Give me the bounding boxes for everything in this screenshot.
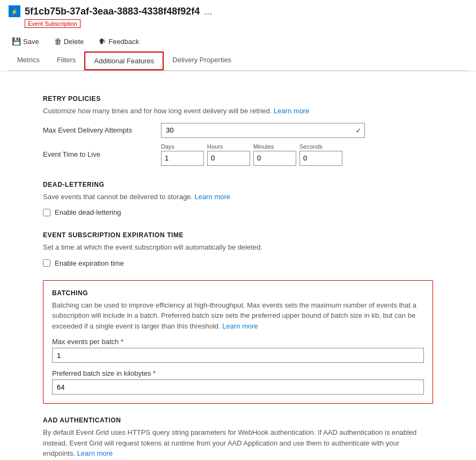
minutes-input[interactable] [253,151,296,166]
save-icon: 💾 [12,37,21,46]
expiration-checkbox[interactable] [43,259,50,267]
batching-title: BATCHING [52,289,424,297]
max-attempts-input-wrapper: ✓ [161,123,365,138]
dead-lettering-title: DEAD-LETTERING [43,181,433,188]
tabs-bar: Metrics Filters Additional Features Deli… [9,52,467,71]
subscription-badge: Event Subscription [25,19,80,28]
event-ttl-row: Event Time to Live Days Hours Minutes Se… [43,143,433,166]
retry-policies-desc: Customize how many times and for how lon… [43,106,433,116]
feedback-icon: 🗣 [99,37,106,46]
feedback-button[interactable]: 🗣 Feedback [96,35,142,47]
check-icon: ✓ [355,126,362,135]
aad-desc: By default Event Grid uses HTTPS query s… [43,427,433,459]
batching-learn-more[interactable]: Learn more [222,322,258,330]
batching-section: BATCHING Batching can be used to improve… [43,280,433,404]
main-content: RETRY POLICIES Customize how many times … [0,71,476,460]
seconds-input[interactable] [299,151,342,166]
seconds-label: Seconds [299,143,342,150]
dead-lettering-learn-more[interactable]: Learn more [195,193,230,201]
retry-policies-learn-more[interactable]: Learn more [274,107,309,115]
minutes-field: Minutes [253,143,296,166]
dead-lettering-checkbox-row: Enable dead-lettering [43,208,433,216]
expiration-title: EVENT SUBSCRIPTION EXPIRATION TIME [43,231,433,239]
max-attempts-label: Max Event Delivery Attempts [43,126,161,134]
tab-metrics[interactable]: Metrics [9,52,48,70]
max-events-label: Max events per batch * [52,338,424,346]
aad-section: AAD AUTHENTICATION By default Event Grid… [43,417,433,459]
time-fields: Days Hours Minutes Seconds [161,143,342,166]
resource-icon: ⚡ [9,5,20,17]
delete-icon: 🗑 [54,37,62,46]
dead-lettering-checkbox-label[interactable]: Enable dead-lettering [55,208,121,216]
tab-filters[interactable]: Filters [48,52,84,70]
expiration-checkbox-row: Enable expiration time [43,259,433,267]
retry-policies-title: RETRY POLICIES [43,95,433,103]
max-attempts-row: Max Event Delivery Attempts ✓ [43,123,433,138]
resource-title: 5f1cb75b-37af-3eaa-3883-4338f48f92f4 [25,6,200,17]
max-events-input[interactable] [52,348,424,363]
required-indicator-2: * [153,369,156,377]
toolbar: 💾 Save 🗑 Delete 🗣 Feedback [9,32,467,52]
preferred-size-input[interactable] [52,379,424,395]
hours-input[interactable] [207,151,250,166]
batching-desc: Batching can be used to improve efficien… [52,300,424,332]
save-button[interactable]: 💾 Save [9,35,42,47]
required-indicator: * [121,338,123,346]
dead-lettering-checkbox[interactable] [43,209,50,216]
tab-additional-features[interactable]: Additional Features [84,52,164,70]
days-input[interactable] [161,151,204,166]
expiration-checkbox-label[interactable]: Enable expiration time [55,259,124,267]
hours-field: Hours [207,143,250,166]
tab-delivery-properties[interactable]: Delivery Properties [164,52,240,70]
aad-learn-more[interactable]: Learn more [77,449,113,457]
preferred-size-label: Preferred batch size in kilobytes * [52,369,424,377]
event-ttl-label: Event Time to Live [43,150,161,158]
aad-title: AAD AUTHENTICATION [43,417,433,424]
days-label: Days [161,143,204,150]
dead-lettering-desc: Save events that cannot be delivered to … [43,192,433,202]
days-field: Days [161,143,204,166]
hours-label: Hours [207,143,250,150]
minutes-label: Minutes [253,143,296,150]
svg-text:⚡: ⚡ [11,8,18,16]
expiration-desc: Set a time at which the event subscripti… [43,242,433,253]
max-attempts-input[interactable] [161,123,365,138]
delete-button[interactable]: 🗑 Delete [51,35,87,47]
more-options-icon[interactable]: ... [204,6,212,17]
seconds-field: Seconds [299,143,342,166]
